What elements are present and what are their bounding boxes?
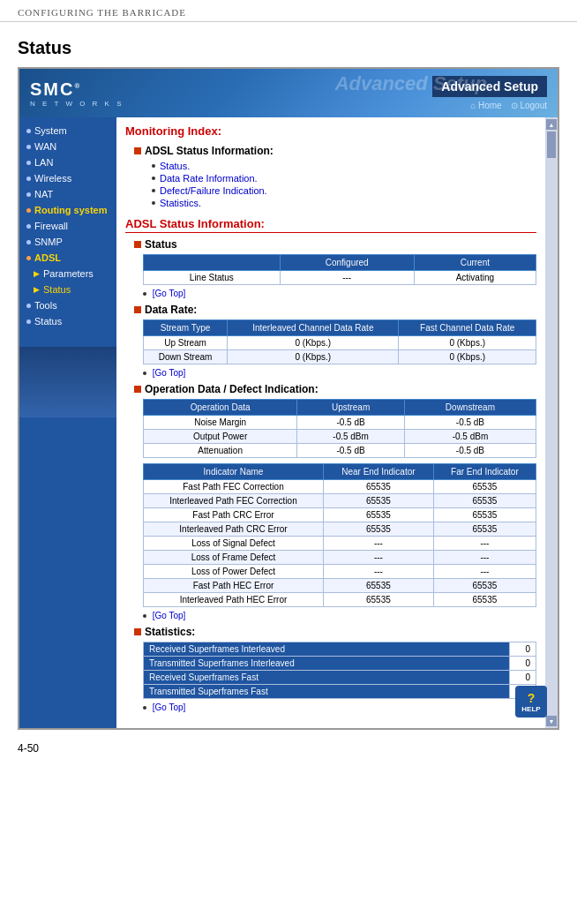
op-th-name: Operation Data: [144, 400, 297, 416]
downstream-label: Down Stream: [144, 350, 228, 364]
sidebar-dot: [26, 240, 31, 244]
toc-item-status[interactable]: Status.: [152, 161, 536, 171]
attenuation-down: -0.5 dB: [404, 444, 536, 458]
sidebar-item-wireless[interactable]: Wireless: [19, 170, 116, 186]
status-th-current: Current: [414, 255, 536, 271]
go-top-status[interactable]: [Go Top]: [143, 289, 536, 298]
main-wrapper: Monitoring Index: ADSL Status Informatio…: [116, 117, 558, 728]
sidebar-item-adsl[interactable]: ADSL: [19, 250, 116, 266]
toc-dot: [152, 177, 155, 180]
sidebar-item-snmp[interactable]: SNMP: [19, 234, 116, 250]
home-link[interactable]: ⌂ Home: [470, 101, 502, 110]
page-header-text: Configuring the Barricade: [18, 7, 186, 18]
scroll-down-button[interactable]: ▼: [546, 716, 557, 726]
output-power-up: -0.5 dBm: [297, 430, 405, 444]
go-top-stats[interactable]: [Go Top]: [143, 702, 536, 712]
output-power-label: Output Power: [144, 430, 297, 444]
sidebar-dot: [26, 319, 31, 324]
indicator-table: Indicator Name Near End Indicator Far En…: [143, 463, 536, 607]
sidebar-dot: [26, 192, 31, 197]
data-rate-header: Data Rate:: [134, 304, 536, 316]
operation-header: Operation Data / Defect Indication:: [134, 383, 536, 395]
op-th-upstream: Upstream: [297, 400, 405, 416]
loss-power-label: Loss of Power Defect: [144, 565, 324, 579]
monitoring-index-title: Monitoring Index:: [125, 124, 536, 138]
content-area: System WAN LAN Wireless NAT Routing syst…: [19, 117, 558, 728]
fast-crc-far: 65535: [433, 508, 536, 522]
sidebar-dot: [26, 304, 31, 308]
bullet-icon: [134, 306, 141, 313]
scrollbar[interactable]: ▲ ▼: [545, 117, 558, 728]
loss-power-near: ---: [323, 565, 433, 579]
logout-link[interactable]: ⊙ Logout: [511, 101, 547, 110]
toc-item-datarate[interactable]: Data Rate Information.: [152, 173, 536, 184]
bullet-icon: [134, 628, 141, 635]
go-top-dot: [143, 372, 146, 375]
loss-signal-label: Loss of Signal Defect: [144, 537, 324, 551]
sidebar-item-system[interactable]: System: [19, 123, 116, 139]
sidebar-dot: [26, 145, 31, 149]
sidebar-item-tools[interactable]: Tools: [19, 297, 116, 313]
sidebar-dot: [26, 177, 31, 181]
loss-frame-far: ---: [433, 551, 536, 565]
status-table: Configured Current Line Status --- Activ…: [143, 254, 536, 285]
toc-item-stats[interactable]: Statistics.: [152, 198, 536, 208]
sidebar-item-firewall[interactable]: Firewall: [19, 218, 116, 234]
sidebar-item-lan[interactable]: LAN: [19, 154, 116, 170]
smc-logo-area: SMC® N e t w o r k s: [30, 79, 124, 108]
upstream-label: Up Stream: [144, 336, 228, 350]
interleaved-hec-label: Interleaved Path HEC Error: [144, 593, 324, 607]
sidebar-item-wan[interactable]: WAN: [19, 139, 116, 154]
interleaved-crc-near: 65535: [323, 522, 433, 537]
sidebar-item-nat[interactable]: NAT: [19, 186, 116, 202]
stat-transmitted-fast-label: Transmitted Superframes Fast: [144, 685, 510, 699]
line-status-current: Activating: [414, 271, 536, 285]
status-th-1: [144, 255, 281, 271]
fast-hec-near: 65535: [323, 579, 433, 593]
sidebar-dot-orange: [26, 208, 31, 213]
main-content: Monitoring Index: ADSL Status Informatio…: [116, 117, 545, 728]
attenuation-label: Attenuation: [144, 444, 297, 458]
advanced-setup-bg: Advanced Setup: [335, 72, 487, 95]
scroll-up-button[interactable]: ▲: [546, 119, 557, 130]
statistics-header: Statistics:: [134, 626, 536, 638]
toc-item-defect[interactable]: Defect/Failure Indication.: [152, 185, 536, 196]
help-label: HELP: [521, 705, 540, 713]
go-top-dot: [143, 706, 146, 710]
status-th-configured: Configured: [280, 255, 414, 271]
header-links: ⌂ Home ⊙ Logout: [470, 101, 547, 110]
interleaved-fec-near: 65535: [323, 494, 433, 508]
toc-list: Status. Data Rate Information. Defect/Fa…: [152, 161, 536, 208]
loss-power-far: ---: [433, 565, 536, 579]
section-title: Status: [0, 22, 577, 67]
sidebar-item-parameters[interactable]: ▶ Parameters: [19, 266, 116, 282]
go-top-operation[interactable]: [Go Top]: [143, 611, 536, 620]
bullet-icon: [134, 241, 141, 248]
interleaved-crc-label: Interleaved Path CRC Error: [144, 522, 324, 537]
sidebar-dot: [26, 161, 31, 165]
ind-th-name: Indicator Name: [144, 464, 324, 480]
dr-th-fast: Fast Channel Data Rate: [399, 320, 536, 336]
scroll-thumb[interactable]: [547, 131, 556, 158]
sidebar-item-adsl-status[interactable]: ▶ Status: [19, 282, 116, 297]
go-top-datarate[interactable]: [Go Top]: [143, 368, 536, 378]
go-top-dot: [143, 614, 146, 618]
sidebar-item-routing[interactable]: Routing system: [19, 202, 116, 218]
downstream-interleaved: 0 (Kbps.): [228, 350, 399, 364]
upstream-interleaved: 0 (Kbps.): [228, 336, 399, 350]
operation-table: Operation Data Upstream Downstream Noise…: [143, 399, 536, 458]
help-button[interactable]: ? HELP: [515, 686, 545, 717]
stat-transmitted-interleaved-label: Transmitted Superframes Interleaved: [144, 657, 510, 671]
smc-logo: SMC®: [30, 79, 124, 100]
dr-th-stream: Stream Type: [144, 320, 228, 336]
stat-received-fast-val: 0: [510, 671, 536, 685]
adsl-status-title: ADSL Status Information:: [125, 217, 536, 233]
interleaved-crc-far: 65535: [433, 522, 536, 537]
sidebar-item-status[interactable]: Status: [19, 313, 116, 329]
output-power-down: -0.5 dBm: [404, 430, 536, 444]
loss-signal-near: ---: [323, 537, 433, 551]
noise-margin-down: -0.5 dB: [404, 416, 536, 430]
stat-transmitted-interleaved-val: 0: [510, 657, 536, 671]
downstream-fast: 0 (Kbps.): [399, 350, 536, 364]
line-status-configured: ---: [280, 271, 414, 285]
